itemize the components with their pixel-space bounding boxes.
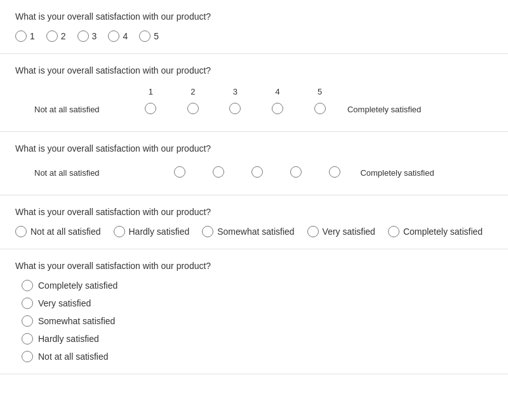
radio-input-2-4[interactable] — [272, 103, 283, 114]
question-4: What is your overall satisfaction with o… — [15, 207, 493, 217]
radio-input-3-2[interactable] — [213, 166, 224, 178]
section-3: What is your overall satisfaction with o… — [0, 132, 508, 195]
option-label-5-1: Completely satisfied — [38, 280, 117, 291]
option-5-1[interactable]: Completely satisfied — [22, 280, 493, 291]
vertical-options-5: Completely satisfied Very satisfied Some… — [15, 280, 493, 362]
radio-input-4-4[interactable] — [307, 226, 319, 237]
scale-radio-2-1[interactable] — [145, 107, 156, 116]
scale-label-left-2: Not at all satisfied — [15, 99, 130, 120]
option-4-3[interactable]: Somewhat satisfied — [202, 226, 294, 237]
radio-label-1-4: 4 — [123, 31, 128, 41]
option-label-4-3: Somewhat satisfied — [217, 226, 294, 237]
question-2: What is your overall satisfaction with o… — [15, 65, 493, 75]
radio-item-1[interactable]: 1 — [15, 30, 35, 42]
option-4-4[interactable]: Very satisfied — [307, 226, 375, 237]
scale-table-2: 1 2 3 4 5 Not at all satisfied Completel… — [15, 84, 493, 120]
radio-item-2[interactable]: 2 — [46, 30, 66, 42]
scale-radio-3-5[interactable] — [329, 170, 340, 180]
radio-label-1-2: 2 — [61, 31, 66, 41]
scale-label-left-3: Not at all satisfied — [15, 162, 161, 183]
radio-input-2-2[interactable] — [187, 103, 199, 114]
col-header-1: 1 — [130, 84, 172, 99]
radio-input-5-4[interactable] — [22, 333, 33, 345]
radio-input-5-5[interactable] — [22, 351, 33, 362]
col-header-2: 2 — [172, 84, 215, 99]
question-1: What is your overall satisfaction with o… — [15, 11, 493, 22]
option-5-5[interactable]: Not at all satisfied — [22, 351, 493, 362]
radio-input-1-2[interactable] — [46, 30, 58, 42]
scale-label-right-2: Completely satisfied — [341, 99, 493, 120]
radio-input-4-3[interactable] — [202, 226, 213, 237]
radio-row-1: 1 2 3 4 5 — [15, 30, 493, 42]
option-4-5[interactable]: Completely satisfied — [388, 226, 483, 237]
scale-radio-3-1[interactable] — [174, 170, 185, 180]
section-4: What is your overall satisfaction with o… — [0, 195, 508, 249]
option-4-2[interactable]: Hardly satisfied — [114, 226, 190, 237]
radio-input-1-5[interactable] — [139, 30, 150, 42]
option-label-4-4: Very satisfied — [323, 226, 375, 237]
radio-input-5-3[interactable] — [22, 315, 33, 327]
option-5-4[interactable]: Hardly satisfied — [22, 333, 493, 345]
col-header-3: 3 — [214, 84, 257, 99]
radio-input-5-2[interactable] — [22, 298, 33, 309]
option-5-3[interactable]: Somewhat satisfied — [22, 315, 493, 327]
radio-item-5[interactable]: 5 — [139, 30, 159, 42]
radio-input-2-1[interactable] — [145, 103, 156, 114]
radio-input-4-2[interactable] — [114, 226, 125, 237]
radio-input-2-3[interactable] — [229, 103, 241, 114]
option-label-4-1: Not at all satisfied — [30, 226, 101, 237]
radio-input-1-3[interactable] — [77, 30, 89, 42]
radio-input-3-5[interactable] — [329, 166, 340, 178]
scale-radio-2-3[interactable] — [229, 107, 241, 116]
scale-radio-2-2[interactable] — [187, 107, 199, 116]
option-label-4-2: Hardly satisfied — [129, 226, 190, 237]
radio-label-1-1: 1 — [30, 31, 35, 41]
horizontal-options-4: Not at all satisfied Hardly satisfied So… — [15, 226, 493, 237]
scale-radio-2-5[interactable] — [314, 107, 326, 116]
radio-input-3-3[interactable] — [251, 166, 263, 178]
radio-input-4-5[interactable] — [388, 226, 399, 237]
question-5: What is your overall satisfaction with o… — [15, 261, 493, 271]
option-label-5-4: Hardly satisfied — [38, 334, 99, 344]
scale-radio-3-3[interactable] — [251, 170, 263, 180]
section-5: What is your overall satisfaction with o… — [0, 249, 508, 374]
option-label-5-3: Somewhat satisfied — [38, 316, 115, 326]
option-label-5-2: Very satisfied — [38, 298, 91, 308]
scale-radio-2-4[interactable] — [272, 107, 283, 116]
section-2: What is your overall satisfaction with o… — [0, 54, 508, 132]
scale-table-3: Not at all satisfied Completely satisfie… — [15, 162, 493, 183]
section-1: What is your overall satisfaction with o… — [0, 0, 508, 54]
option-4-1[interactable]: Not at all satisfied — [15, 226, 101, 237]
col-header-4: 4 — [257, 84, 299, 99]
radio-label-1-5: 5 — [154, 31, 159, 41]
radio-item-3[interactable]: 3 — [77, 30, 97, 42]
radio-input-5-1[interactable] — [22, 280, 33, 291]
scale-radio-3-2[interactable] — [213, 170, 224, 180]
option-label-4-5: Completely satisfied — [403, 226, 483, 237]
col-header-5: 5 — [298, 84, 341, 99]
radio-input-3-1[interactable] — [174, 166, 185, 178]
radio-input-2-5[interactable] — [314, 103, 326, 114]
radio-input-1-4[interactable] — [108, 30, 119, 42]
radio-item-4[interactable]: 4 — [108, 30, 128, 42]
radio-input-4-1[interactable] — [15, 226, 27, 237]
scale-radio-3-4[interactable] — [290, 170, 302, 180]
radio-label-1-3: 3 — [92, 31, 97, 41]
scale-label-right-3: Completely satisfied — [354, 162, 493, 183]
question-3: What is your overall satisfaction with o… — [15, 143, 493, 154]
radio-input-3-4[interactable] — [290, 166, 302, 178]
option-5-2[interactable]: Very satisfied — [22, 298, 493, 309]
radio-input-1-1[interactable] — [15, 30, 27, 42]
option-label-5-5: Not at all satisfied — [38, 351, 109, 362]
